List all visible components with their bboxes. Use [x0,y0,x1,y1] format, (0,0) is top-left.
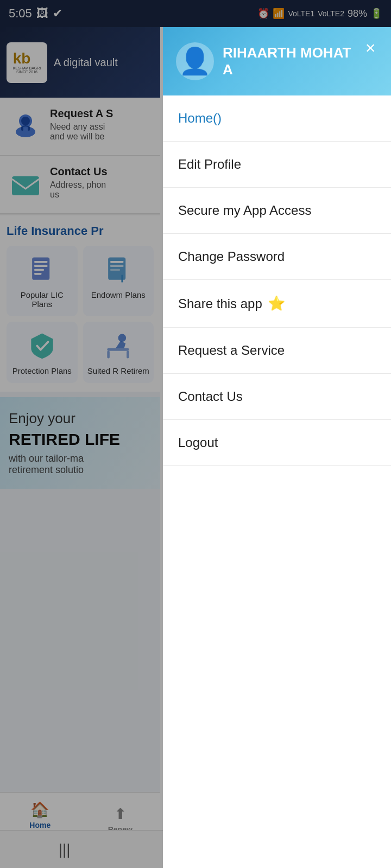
avatar-icon: 👤 [179,46,211,76]
drawer-close-button[interactable]: × [358,36,382,60]
menu-share-app-label: Share this app [178,296,262,311]
drawer-header: 👤 RIHAARTH MOHATA × [163,27,391,95]
menu-logout-label: Logout [178,435,218,450]
menu-item-contact-us[interactable]: Contact Us [163,374,391,420]
menu-item-request-service[interactable]: Request a Service [163,328,391,374]
menu-item-home[interactable]: Home() [163,95,391,142]
menu-item-logout[interactable]: Logout [163,420,391,466]
drawer-menu: Home() Edit Profile Secure my App Access… [163,95,391,868]
menu-item-secure-app[interactable]: Secure my App Access [163,188,391,234]
user-info: RIHAARTH MOHATA [223,44,351,78]
user-name: RIHAARTH MOHATA [223,44,351,78]
menu-change-password-label: Change Password [178,249,285,264]
menu-secure-app-label: Secure my App Access [178,203,311,218]
menu-item-share-app[interactable]: Share this app ⭐ [163,280,391,328]
menu-request-service-label: Request a Service [178,343,285,358]
close-icon: × [365,38,376,58]
menu-item-edit-profile[interactable]: Edit Profile [163,142,391,188]
menu-home-label: Home() [178,111,222,126]
star-icon: ⭐ [268,295,285,312]
menu-item-change-password[interactable]: Change Password [163,234,391,280]
side-drawer: 👤 RIHAARTH MOHATA × Home() Edit Profile … [163,27,391,868]
menu-contact-us-label: Contact Us [178,389,243,404]
menu-edit-profile-label: Edit Profile [178,157,241,172]
user-avatar: 👤 [176,42,214,80]
